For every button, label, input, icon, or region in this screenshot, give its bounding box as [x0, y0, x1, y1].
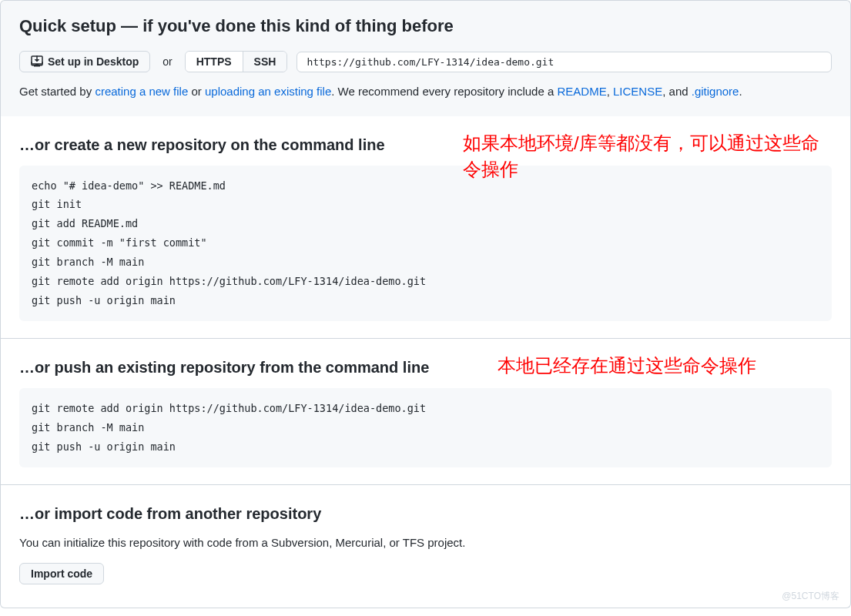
page-container: Quick setup — if you've done this kind o…	[0, 0, 851, 608]
create-repo-section: …or create a new repository on the comma…	[0, 116, 851, 340]
help-mid1: or	[188, 85, 205, 98]
desktop-icon	[31, 55, 43, 68]
https-tab[interactable]: HTTPS	[186, 52, 243, 72]
import-repo-desc: You can initialize this repository with …	[19, 534, 832, 552]
push-repo-section: …or push an existing repository from the…	[0, 339, 851, 485]
readme-link[interactable]: README	[557, 85, 606, 98]
protocol-toggle: HTTPS SSH	[185, 51, 288, 72]
create-file-link[interactable]: creating a new file	[95, 85, 188, 98]
gitignore-link[interactable]: .gitignore	[692, 85, 739, 98]
import-code-button[interactable]: Import code	[19, 563, 104, 584]
help-mid2: . We recommend every repository include …	[331, 85, 557, 98]
annotation-push: 本地已经存在通过这些命令操作	[498, 353, 836, 380]
upload-file-link[interactable]: uploading an existing file	[205, 85, 331, 98]
svg-rect-2	[34, 65, 40, 67]
watermark: @51CTO博客	[782, 589, 839, 603]
or-separator: or	[159, 54, 175, 70]
help-sep1: ,	[607, 85, 613, 98]
help-sep2: , and	[662, 85, 692, 98]
create-repo-code[interactable]: echo "# idea-demo" >> README.md git init…	[19, 166, 832, 322]
setup-desktop-label: Set up in Desktop	[48, 55, 139, 68]
setup-desktop-button[interactable]: Set up in Desktop	[19, 51, 150, 72]
help-prefix: Get started by	[19, 85, 95, 98]
quick-setup-panel: Quick setup — if you've done this kind o…	[0, 0, 851, 116]
annotation-create: 如果本地环境/库等都没有，可以通过这些命令操作	[463, 130, 833, 184]
setup-controls-row: Set up in Desktop or HTTPS SSH	[19, 51, 832, 72]
push-repo-code[interactable]: git remote add origin https://github.com…	[19, 388, 832, 467]
help-text: Get started by creating a new file or up…	[19, 83, 832, 101]
help-suffix: .	[739, 85, 742, 98]
ssh-tab[interactable]: SSH	[243, 52, 287, 72]
license-link[interactable]: LICENSE	[613, 85, 662, 98]
svg-rect-1	[35, 64, 39, 65]
clone-url-input[interactable]	[297, 52, 832, 72]
quick-setup-title: Quick setup — if you've done this kind o…	[19, 13, 832, 38]
import-repo-title: …or import code from another repository	[19, 502, 832, 525]
import-repo-section: …or import code from another repository …	[0, 485, 851, 608]
